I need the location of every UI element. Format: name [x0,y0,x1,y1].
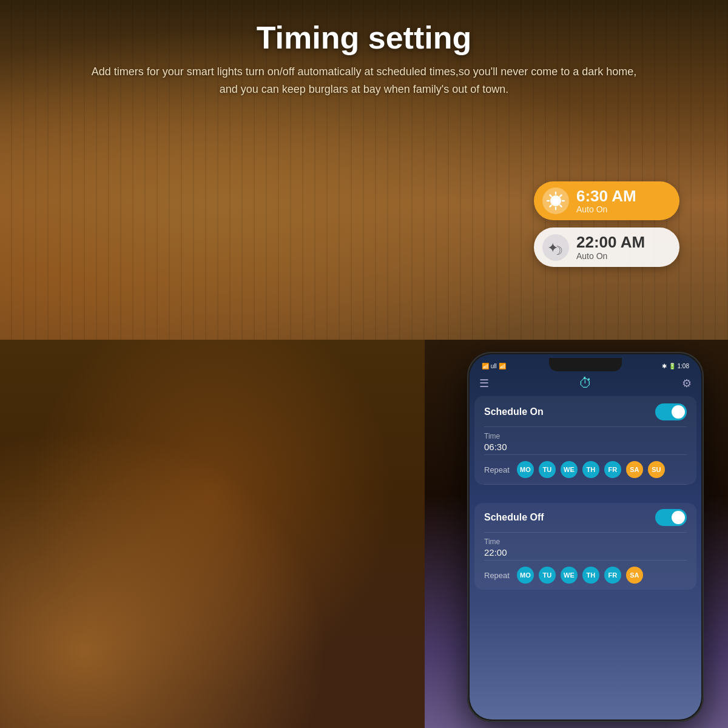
time-off-value: 22:00 [484,547,687,558]
phone-container: 📶 ull 📶 ✱ 🔋 1:08 ☰ ⏱ ⚙ Schedule On [467,352,704,722]
schedule-on-row: Schedule On [484,396,687,427]
divider [470,485,701,503]
schedule-off-row: Schedule Off [484,503,687,533]
repeat-off-label: Repeat [484,571,510,580]
svg-line-8 [550,205,551,206]
schedule-off-label: Schedule Off [484,512,544,523]
day-tu[interactable]: TU [539,461,556,478]
night-status: Auto On [576,251,645,261]
settings-icon[interactable]: ⚙ [682,377,692,390]
morning-badge-text: 6:30 AM Auto On [576,187,636,215]
repeat-on-row: Repeat MO TU WE TH FR SA SU [484,455,687,485]
day-off-th[interactable]: TH [582,567,599,584]
day-th[interactable]: TH [582,461,599,478]
repeat-off-row: Repeat MO TU WE TH FR SA [484,561,687,590]
schedule-off-section: Schedule Off Time 22:00 Repeat MO TU WE … [474,503,696,590]
night-badge[interactable]: ✦ ☽ 22:00 AM Auto On [534,228,679,267]
moon-icon: ✦ ☽ [542,234,569,261]
app-header: ☰ ⏱ ⚙ [470,372,701,396]
day-fr[interactable]: FR [604,461,621,478]
time-on-value: 06:30 [484,442,687,452]
day-off-tu[interactable]: TU [539,567,556,584]
morning-badge[interactable]: 6:30 AM Auto On [534,181,679,221]
day-mo[interactable]: MO [517,461,534,478]
top-text-container: Timing setting Add timers for your smart… [0,0,728,98]
phone-body: 📶 ull 📶 ✱ 🔋 1:08 ☰ ⏱ ⚙ Schedule On [467,352,704,722]
schedule-on-section: Schedule On Time 06:30 Repeat MO TU WE T… [474,396,696,485]
status-left: 📶 ull 📶 [482,363,506,369]
time-on-row: Time 06:30 [484,427,687,455]
day-off-we[interactable]: WE [561,567,578,584]
svg-line-7 [560,195,561,197]
morning-status: Auto On [576,204,636,214]
time-off-label: Time [484,538,687,546]
day-off-sa[interactable]: SA [626,567,643,584]
timer-badges: 6:30 AM Auto On ✦ ☽ 22:00 AM Auto On [534,181,679,267]
night-time: 22:00 AM [576,234,645,251]
sun-icon [542,187,569,214]
phone-screen: 📶 ull 📶 ✱ 🔋 1:08 ☰ ⏱ ⚙ Schedule On [470,354,701,720]
svg-line-5 [550,195,551,197]
day-sa[interactable]: SA [626,461,643,478]
page-subtitle: Add timers for your smart lights turn on… [91,63,637,98]
schedule-on-label: Schedule On [484,406,544,417]
timer-icon[interactable]: ⏱ [579,376,592,391]
svg-line-6 [560,205,561,206]
day-off-fr[interactable]: FR [604,567,621,584]
svg-point-0 [550,195,561,206]
morning-time: 6:30 AM [576,187,636,205]
day-su[interactable]: SU [648,461,665,478]
bottom-light [0,340,425,728]
day-we[interactable]: WE [561,461,578,478]
night-badge-text: 22:00 AM Auto On [576,234,645,261]
menu-icon[interactable]: ☰ [479,377,489,390]
page-title: Timing setting [49,19,679,56]
svg-text:☽: ☽ [552,244,563,257]
status-right: ✱ 🔋 1:08 [662,363,689,369]
time-off-row: Time 22:00 [484,533,687,561]
schedule-off-toggle[interactable] [655,509,687,526]
top-section: Timing setting Add timers for your smart… [0,0,728,340]
schedule-on-toggle[interactable] [655,403,687,420]
repeat-on-label: Repeat [484,465,510,474]
bottom-section: 📶 ull 📶 ✱ 🔋 1:08 ☰ ⏱ ⚙ Schedule On [0,340,728,728]
phone-notch [549,358,622,371]
day-off-mo[interactable]: MO [517,567,534,584]
time-on-label: Time [484,432,687,440]
